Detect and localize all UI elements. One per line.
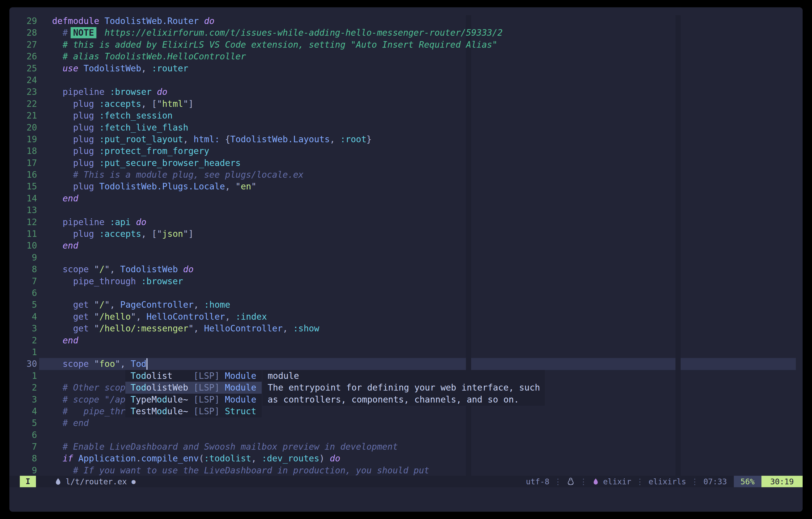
completion-item[interactable]: TestModule~ [LSP] Struct xyxy=(125,405,262,417)
code-line[interactable]: 18 plug :protect_from_forgery xyxy=(9,145,803,157)
code-line[interactable]: 19 plug :put_root_layout, html: {Todolis… xyxy=(9,134,803,145)
code-token: " xyxy=(94,299,99,310)
code-token: get xyxy=(52,323,94,334)
code-line[interactable]: 30 scope "foo", Tod xyxy=(9,358,803,370)
code-line[interactable]: 29defmodule TodolistWeb.Router do xyxy=(9,15,803,27)
text-cursor xyxy=(146,358,147,370)
code-line[interactable]: 26 # alias TodolistWeb.HelloController xyxy=(9,51,803,62)
completion-label-char: t xyxy=(146,406,151,416)
code-token: plug xyxy=(52,229,99,239)
code-token: foo xyxy=(99,359,115,369)
code-line[interactable]: 28 # NOTE https://elixirforum.com/t/issu… xyxy=(9,27,803,38)
code-line[interactable]: 1 xyxy=(9,346,803,358)
completion-item[interactable]: Todolist [LSP] Module xyxy=(125,370,262,382)
code-line[interactable]: 25 use TodolistWeb, :router xyxy=(9,62,803,74)
code-text: get "/hello/:messenger", HelloController… xyxy=(52,322,319,334)
code-line[interactable]: 9 # If you want to use the LiveDashboard… xyxy=(9,465,803,476)
code-line[interactable]: 24 xyxy=(9,74,803,86)
code-token: " xyxy=(94,264,99,275)
code-token: , xyxy=(225,312,235,322)
completion-label-char: l xyxy=(173,395,178,405)
code-token: :home xyxy=(204,299,230,310)
code-line[interactable]: 13 xyxy=(9,204,803,216)
code-token: pipeline xyxy=(52,217,110,227)
code-token: do xyxy=(183,264,194,275)
code-token: TodolistWeb xyxy=(120,264,183,275)
relative-line-number: 25 xyxy=(9,62,37,74)
code-token: # xyxy=(52,28,73,38)
code-token: :root xyxy=(340,134,367,144)
code-text: scope "/", TodolistWeb do xyxy=(52,263,194,275)
code-line[interactable]: 11 plug :accepts, ["json"] xyxy=(9,228,803,240)
relative-line-number: 29 xyxy=(9,15,37,27)
relative-line-number: 28 xyxy=(9,27,37,38)
completion-label-char: e xyxy=(146,395,151,405)
completion-item[interactable]: TodolistWeb [LSP] Module xyxy=(125,382,262,394)
completion-label-char: d xyxy=(162,406,167,416)
code-line[interactable]: 12 pipeline :api do xyxy=(9,216,803,228)
code-token: :index xyxy=(236,312,267,322)
time: 07:33 xyxy=(703,477,727,486)
completion-label-char: o xyxy=(146,382,151,393)
code-line[interactable]: 8 scope "/", TodolistWeb do xyxy=(9,263,803,275)
code-token: plug xyxy=(52,146,99,156)
code-text: plug :put_secure_browser_headers xyxy=(52,157,241,169)
editor-area[interactable]: 29defmodule TodolistWeb.Router do28 # NO… xyxy=(9,7,803,512)
code-token: , xyxy=(330,134,340,144)
code-line[interactable]: 21 plug :fetch_session xyxy=(9,110,803,121)
completion-label-char: e xyxy=(178,382,183,393)
relative-line-number: 14 xyxy=(9,193,37,204)
code-text: end xyxy=(52,240,79,252)
completion-label-char: T xyxy=(130,406,136,416)
completion-kind: Module xyxy=(225,382,256,393)
code-line[interactable]: 6 xyxy=(9,429,803,441)
code-text: # NOTE https://elixirforum.com/t/issues-… xyxy=(52,27,503,38)
completion-label-char: u xyxy=(167,395,173,405)
code-line[interactable]: 7 pipe_through :browser xyxy=(9,276,803,287)
code-line[interactable]: 4 get "/hello", HelloController, :index xyxy=(9,311,803,322)
code-line[interactable]: 15 plug TodolistWeb.Plugs.Locale, "en" xyxy=(9,180,803,192)
code-token: # end xyxy=(52,418,89,428)
code-line[interactable]: 9 xyxy=(9,252,803,263)
completion-label-char: ~ xyxy=(183,406,188,416)
code-line[interactable]: 17 plug :put_secure_browser_headers xyxy=(9,157,803,169)
code-line[interactable]: 16 # This is a module plug, see plugs/lo… xyxy=(9,169,803,180)
code-token: ", xyxy=(105,264,120,275)
relative-line-number: 12 xyxy=(9,216,37,228)
relative-line-number: 4 xyxy=(9,405,37,417)
code-line[interactable]: 7 # Enable LiveDashboard and Swoosh mail… xyxy=(9,441,803,453)
code-text: plug :protect_from_forgery xyxy=(52,145,209,157)
code-line[interactable]: 20 plug :fetch_live_flash xyxy=(9,122,803,134)
separator: ⋮ xyxy=(636,477,644,486)
code-token: :router xyxy=(152,63,188,74)
code-line[interactable]: 6 xyxy=(9,287,803,299)
code-token: html: xyxy=(194,134,225,144)
code-token: HelloController xyxy=(204,323,283,334)
relative-line-number: 10 xyxy=(9,240,37,252)
completion-item[interactable]: TypeModule~ [LSP] Module xyxy=(125,394,262,405)
completion-label-char: o xyxy=(157,406,162,416)
code-line[interactable]: 2 end xyxy=(9,335,803,346)
filetype: elixir xyxy=(603,477,631,486)
code-line[interactable]: 5 get "/", PageController, :home xyxy=(9,299,803,311)
completion-label-char: t xyxy=(167,371,173,381)
separator: ⋮ xyxy=(691,477,699,486)
code-text: # end xyxy=(52,417,89,429)
code-text: plug :fetch_session xyxy=(52,110,173,121)
code-line[interactable]: 10 end xyxy=(9,240,803,252)
completion-label-char: T xyxy=(130,371,136,381)
code-line[interactable]: 14 end xyxy=(9,193,803,204)
code-line[interactable]: 27 # this is added by ElixirLS VS Code e… xyxy=(9,39,803,51)
code-token: :accepts xyxy=(99,229,141,239)
lsp-client: elixirls xyxy=(648,477,687,486)
code-line[interactable]: 23 pipeline :browser do xyxy=(9,86,803,98)
code-token: en xyxy=(241,181,251,192)
code-line[interactable]: 5 # end xyxy=(9,417,803,429)
completion-label-char xyxy=(178,371,183,381)
code-token: TodolistWeb.Layouts xyxy=(230,134,330,144)
completion-label-char: u xyxy=(167,406,173,416)
code-line[interactable]: 3 get "/hello/:messenger", HelloControll… xyxy=(9,322,803,334)
code-line[interactable]: 22 plug :accepts, ["html"] xyxy=(9,98,803,110)
code-token: plug xyxy=(52,122,99,133)
code-line[interactable]: 8 if Application.compile_env(:todolist, … xyxy=(9,453,803,464)
